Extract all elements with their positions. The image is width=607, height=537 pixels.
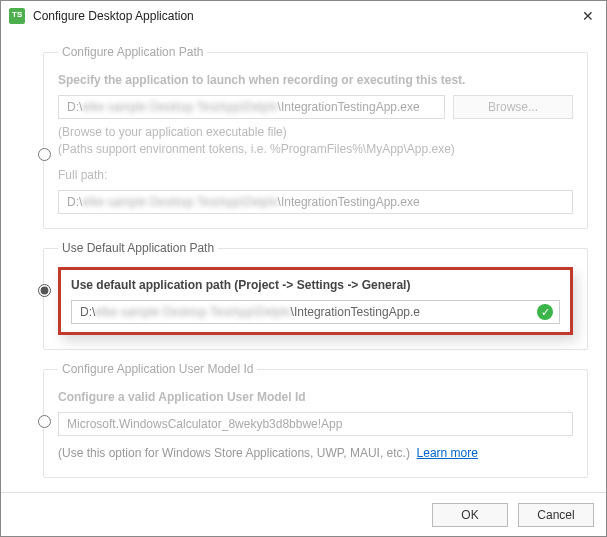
titlebar: Configure Desktop Application ✕ (1, 1, 606, 31)
dialog-footer: OK Cancel (1, 492, 606, 536)
valid-check-icon: ✓ (537, 304, 553, 320)
section-default-path: Use Default Application Path Use default… (19, 241, 588, 350)
dialog-title: Configure Desktop Application (33, 9, 194, 23)
section-aumid-legend: Configure Application User Model Id (58, 362, 257, 376)
default-path-display: D:\elke sample Desktop TestApp\Delphi\In… (71, 300, 560, 324)
default-path-suffix: \IntegrationTestingApp.e (291, 305, 420, 319)
section-aumid: Configure Application User Model Id Conf… (19, 362, 588, 478)
section-configure-path-legend: Configure Application Path (58, 45, 207, 59)
app-path-prefix: D:\ (67, 100, 82, 114)
section-configure-path: Configure Application Path Specify the a… (19, 45, 588, 229)
default-path-title: Use default application path (Project ->… (71, 278, 560, 292)
fullpath-label: Full path: (58, 168, 573, 182)
radio-configure-path[interactable] (38, 148, 51, 161)
aumid-help: (Use this option for Windows Store Appli… (58, 446, 410, 460)
app-path-blurred: elke sample Desktop TestApp\Delphi (82, 100, 277, 114)
fullpath-display: D:\elke sample Desktop TestApp\Delphi\In… (58, 190, 573, 214)
aumid-help-row: (Use this option for Windows Store Appli… (58, 446, 573, 460)
section-default-path-legend: Use Default Application Path (58, 241, 218, 255)
radio-default-path[interactable] (38, 284, 51, 297)
fullpath-suffix: \IntegrationTestingApp.exe (278, 195, 420, 209)
default-path-blurred: elke sample Desktop TestApp\Delphi (95, 305, 290, 319)
close-icon[interactable]: ✕ (578, 8, 598, 24)
browse-button[interactable]: Browse... (453, 95, 573, 119)
radio-aumid[interactable] (38, 415, 51, 428)
app-icon (9, 8, 25, 24)
default-path-highlight: Use default application path (Project ->… (58, 267, 573, 335)
helper-browse: (Browse to your application executable f… (58, 125, 573, 139)
aumid-desc: Configure a valid Application User Model… (58, 390, 573, 404)
ok-button[interactable]: OK (432, 503, 508, 527)
cancel-button[interactable]: Cancel (518, 503, 594, 527)
fullpath-blurred: elke sample Desktop TestApp\Delphi (82, 195, 277, 209)
app-path-suffix: \IntegrationTestingApp.exe (278, 100, 420, 114)
fullpath-prefix: D:\ (67, 195, 82, 209)
app-path-input[interactable]: D:\elke sample Desktop TestApp\Delphi\In… (58, 95, 445, 119)
helper-tokens: (Paths support environment tokens, i.e. … (58, 142, 573, 156)
default-path-prefix: D:\ (80, 305, 95, 319)
learn-more-link[interactable]: Learn more (417, 446, 478, 460)
aumid-input[interactable]: Microsoft.WindowsCalculator_8wekyb3d8bbw… (58, 412, 573, 436)
configure-path-desc: Specify the application to launch when r… (58, 73, 573, 87)
